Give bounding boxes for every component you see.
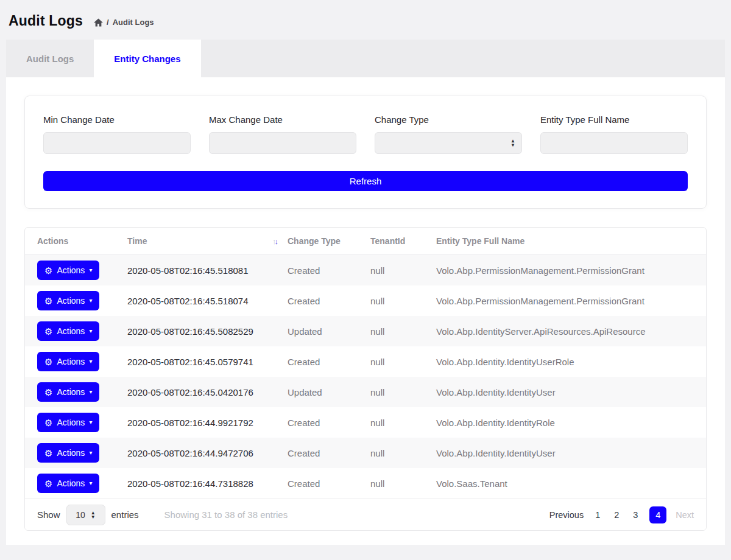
show-label: Show — [37, 509, 60, 520]
tenant-id-cell: null — [370, 478, 436, 489]
table-row: ⚙ Actions ▾ 2020-05-08T02:16:45.518081 C… — [25, 255, 706, 285]
actions-button[interactable]: ⚙ Actions ▾ — [37, 291, 99, 310]
time-cell: 2020-05-08T02:16:44.9472706 — [127, 448, 288, 458]
entity-changes-table: Actions Time ↑↓ Change Type TenantId Ent… — [24, 227, 707, 531]
change-type-select[interactable]: ▲▼ — [375, 132, 522, 154]
gear-icon: ⚙ — [44, 327, 52, 336]
change-type-cell: Updated — [288, 326, 370, 337]
tenant-id-cell: null — [370, 265, 436, 276]
entity-type-cell: Volo.Abp.Identity.IdentityRole — [436, 418, 694, 428]
actions-cell: ⚙ Actions ▾ — [37, 321, 127, 341]
pagination-page-4-active[interactable]: 4 — [649, 506, 666, 523]
select-arrows-icon: ▲▼ — [510, 139, 515, 147]
actions-button[interactable]: ⚙ Actions ▾ — [37, 443, 99, 463]
pagination-page-3[interactable]: 3 — [630, 510, 640, 520]
filter-card: Min Change Date Max Change Date Change T… — [24, 96, 707, 209]
tenant-id-cell: null — [370, 418, 436, 428]
actions-cell: ⚙ Actions ▾ — [37, 443, 127, 463]
breadcrumb-current: Audit Logs — [113, 18, 154, 27]
table-row: ⚙ Actions ▾ 2020-05-08T02:16:45.0420176 … — [25, 377, 706, 407]
entity-type-cell: Volo.Abp.PermissionManagement.Permission… — [436, 296, 694, 306]
time-cell: 2020-05-08T02:16:45.518074 — [127, 296, 288, 306]
page-size-select[interactable]: 10 ▲▼ — [66, 505, 105, 525]
table-row: ⚙ Actions ▾ 2020-05-08T02:16:45.5082529 … — [25, 316, 706, 346]
min-change-date-input[interactable] — [43, 132, 191, 154]
time-cell: 2020-05-08T02:16:45.0420176 — [127, 387, 288, 397]
actions-button[interactable]: ⚙ Actions ▾ — [37, 413, 99, 432]
refresh-button[interactable]: Refresh — [43, 171, 688, 191]
min-change-date-label: Min Change Date — [43, 114, 191, 125]
table-row: ⚙ Actions ▾ 2020-05-08T02:16:44.7318828 … — [25, 468, 706, 499]
table-footer: Show 10 ▲▼ entries Showing 31 to 38 of 3… — [25, 499, 706, 530]
tenant-id-cell: null — [370, 357, 436, 367]
caret-down-icon: ▾ — [89, 480, 92, 486]
entries-label: entries — [111, 509, 139, 520]
pagination-page-1[interactable]: 1 — [593, 510, 602, 520]
content-panel: Min Change Date Max Change Date Change T… — [6, 77, 725, 545]
pagination: Previous 1 2 3 4 Next — [549, 506, 694, 523]
caret-down-icon: ▾ — [89, 389, 92, 395]
change-type-cell: Created — [288, 357, 370, 367]
column-header-change-type: Change Type — [288, 236, 370, 246]
pagination-page-2[interactable]: 2 — [612, 510, 621, 520]
caret-down-icon: ▾ — [89, 267, 92, 273]
entity-type-input[interactable] — [540, 132, 688, 154]
column-header-entity-type: Entity Type Full Name — [436, 236, 694, 246]
sort-icon[interactable]: ↑↓ — [272, 237, 277, 246]
time-cell: 2020-05-08T02:16:45.0579741 — [127, 357, 288, 367]
column-header-actions: Actions — [37, 236, 127, 246]
table-row: ⚙ Actions ▾ 2020-05-08T02:16:45.0579741 … — [25, 346, 706, 377]
change-type-cell: Created — [288, 478, 370, 489]
change-type-cell: Created — [288, 265, 370, 276]
entity-type-cell: Volo.Abp.Identity.IdentityUser — [436, 387, 694, 397]
change-type-cell: Created — [288, 296, 370, 306]
entity-type-cell: Volo.Abp.IdentityServer.ApiResources.Api… — [436, 326, 694, 337]
caret-down-icon: ▾ — [89, 419, 92, 425]
gear-icon: ⚙ — [44, 296, 52, 306]
actions-cell: ⚙ Actions ▾ — [37, 352, 127, 371]
actions-button[interactable]: ⚙ Actions ▾ — [37, 261, 99, 280]
table-body: ⚙ Actions ▾ 2020-05-08T02:16:45.518081 C… — [25, 255, 706, 499]
tab-audit-logs[interactable]: Audit Logs — [6, 40, 94, 77]
gear-icon: ⚙ — [44, 357, 52, 366]
table-row: ⚙ Actions ▾ 2020-05-08T02:16:45.518074 C… — [25, 285, 706, 316]
caret-down-icon: ▾ — [89, 450, 92, 456]
filter-grid: Min Change Date Max Change Date Change T… — [43, 114, 688, 154]
column-header-time[interactable]: Time ↑↓ — [127, 236, 288, 246]
tenant-id-cell: null — [370, 296, 436, 306]
change-type-cell: Updated — [288, 387, 370, 397]
entity-type-cell: Volo.Abp.Identity.IdentityUserRole — [436, 357, 694, 367]
tenant-id-cell: null — [370, 387, 436, 397]
tab-entity-changes[interactable]: Entity Changes — [94, 40, 200, 77]
pagination-next[interactable]: Next — [676, 510, 694, 520]
gear-icon: ⚙ — [44, 388, 52, 397]
actions-cell: ⚙ Actions ▾ — [37, 261, 127, 280]
actions-button[interactable]: ⚙ Actions ▾ — [37, 321, 99, 341]
actions-cell: ⚙ Actions ▾ — [37, 413, 127, 432]
filter-field-min-change-date: Min Change Date — [43, 114, 191, 154]
home-icon[interactable] — [94, 18, 103, 27]
entity-type-cell: Volo.Abp.Identity.IdentityUser — [436, 448, 694, 458]
tenant-id-cell: null — [370, 326, 436, 337]
column-header-tenant-id: TenantId — [370, 236, 436, 246]
actions-button[interactable]: ⚙ Actions ▾ — [37, 352, 99, 371]
actions-cell: ⚙ Actions ▾ — [37, 291, 127, 310]
pagination-previous[interactable]: Previous — [549, 510, 584, 520]
change-type-cell: Created — [288, 448, 370, 458]
caret-down-icon: ▾ — [89, 298, 92, 304]
gear-icon: ⚙ — [44, 266, 52, 275]
actions-button[interactable]: ⚙ Actions ▾ — [37, 474, 99, 493]
tab-strip: Audit Logs Entity Changes — [6, 40, 725, 77]
time-cell: 2020-05-08T02:16:44.9921792 — [127, 418, 288, 428]
table-row: ⚙ Actions ▾ 2020-05-08T02:16:44.9472706 … — [25, 438, 706, 468]
table-row: ⚙ Actions ▾ 2020-05-08T02:16:44.9921792 … — [25, 407, 706, 438]
breadcrumb-separator: / — [107, 18, 109, 27]
actions-cell: ⚙ Actions ▾ — [37, 382, 127, 402]
page-title: Audit Logs — [9, 13, 83, 29]
max-change-date-input[interactable] — [209, 132, 356, 154]
time-cell: 2020-05-08T02:16:45.518081 — [127, 265, 288, 276]
actions-button[interactable]: ⚙ Actions ▾ — [37, 382, 99, 402]
entity-type-cell: Volo.Abp.PermissionManagement.Permission… — [436, 265, 694, 276]
table-header-row: Actions Time ↑↓ Change Type TenantId Ent… — [25, 228, 706, 255]
filter-field-max-change-date: Max Change Date — [209, 114, 356, 154]
